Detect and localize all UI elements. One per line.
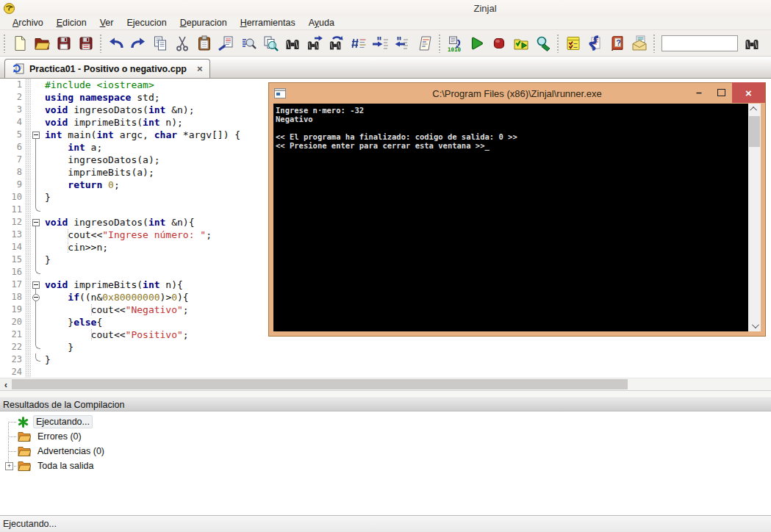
tree-item[interactable]: Ejecutando... — [0, 414, 771, 429]
goto-line-button[interactable] — [348, 33, 370, 54]
margin-separator — [25, 179, 31, 191]
fold-toggle-icon[interactable] — [31, 291, 41, 303]
redo-button[interactable] — [127, 33, 149, 54]
code-text: void imprimeBits(int n){ — [41, 278, 183, 291]
stop-button[interactable] — [488, 33, 510, 54]
toolbar-handle[interactable] — [3, 34, 7, 53]
menu-archivo[interactable]: Archivo — [6, 17, 50, 29]
toolbar-search-input[interactable] — [661, 35, 738, 51]
fold-margin — [31, 104, 41, 116]
folder-icon — [18, 461, 31, 471]
terminal-cursor: _ — [484, 141, 489, 150]
save-button[interactable] — [53, 33, 75, 54]
scroll-up-icon[interactable] — [748, 104, 761, 115]
paste-insert-button[interactable] — [215, 33, 237, 54]
line-number: 3 — [0, 104, 25, 116]
save-all-button[interactable] — [75, 33, 97, 54]
menu-herramientas[interactable]: Herramientas — [234, 17, 302, 29]
console-title-bar[interactable]: C:\Program Files (x86)\Zinjal\runner.exe… — [269, 83, 765, 104]
replace-button[interactable] — [326, 33, 348, 54]
menu-depuracion[interactable]: Depuracion — [173, 17, 234, 29]
fold-toggle-icon[interactable] — [31, 216, 41, 229]
console-scrollbar-thumb[interactable] — [749, 116, 760, 147]
cut-button[interactable] — [171, 33, 193, 54]
undo-button[interactable] — [105, 33, 127, 54]
fold-toggle-icon[interactable] — [31, 129, 41, 141]
tree-item[interactable]: Errores (0) — [0, 429, 771, 444]
margin-separator — [25, 166, 31, 179]
code-line[interactable]: 24 — [0, 366, 771, 378]
menu-ver[interactable]: Ver — [93, 17, 121, 29]
fold-toggle-icon[interactable] — [31, 278, 41, 291]
find-binoculars-button[interactable] — [281, 33, 304, 54]
line-number: 6 — [0, 141, 25, 154]
editor-hscrollbar[interactable]: ‹ — [0, 378, 771, 390]
uncomment-button[interactable] — [392, 33, 414, 54]
margin-separator — [25, 278, 31, 291]
margin-separator — [25, 366, 31, 378]
tab-practica01[interactable]: Practica01 - Positivo o negativo.cpp × — [4, 59, 210, 78]
fold-margin — [31, 254, 41, 266]
scroll-down-icon[interactable] — [748, 320, 761, 331]
margin-separator — [25, 154, 31, 166]
line-number: 19 — [0, 303, 25, 316]
paste-button[interactable] — [193, 33, 215, 54]
open-file-button[interactable] — [31, 33, 53, 54]
tab-close-icon[interactable]: × — [197, 63, 203, 74]
menu-ayuda[interactable]: Ayuda — [302, 17, 341, 29]
margin-separator — [25, 353, 31, 366]
run-button[interactable] — [466, 33, 488, 54]
panel-splitter[interactable] — [0, 390, 771, 398]
tree-item[interactable]: Advertencias (0) — [0, 444, 771, 459]
console-close-button[interactable]: × — [732, 82, 765, 103]
debug-button[interactable] — [532, 33, 554, 54]
tab-bar: Practica01 - Positivo o negativo.cpp × — [0, 57, 771, 79]
menu-edicion[interactable]: Edicion — [50, 17, 93, 29]
code-line[interactable]: 22 } — [0, 341, 771, 353]
toolbar-handle[interactable] — [99, 34, 103, 53]
copy-button[interactable] — [149, 33, 171, 54]
compile-button[interactable]: 1010 — [444, 33, 466, 54]
expand-icon[interactable]: + — [5, 462, 13, 470]
status-bar: Ejecutando... — [0, 515, 771, 532]
line-number: 14 — [0, 241, 25, 254]
find-next-button[interactable] — [304, 33, 326, 54]
fold-margin — [31, 266, 41, 278]
fold-margin — [31, 353, 41, 366]
scroll-left-arrow-icon[interactable]: ‹ — [0, 378, 12, 390]
menu-ejecucion[interactable]: Ejecucion — [120, 17, 173, 29]
line-number: 9 — [0, 179, 25, 191]
toolbar-handle[interactable] — [653, 34, 656, 53]
comment-button[interactable] — [370, 33, 392, 54]
code-line[interactable]: 23} — [0, 353, 771, 366]
fold-margin — [31, 141, 41, 154]
runner-console-window[interactable]: C:\Program Files (x86)\Zinjal\runner.exe… — [268, 82, 766, 337]
console-minimize-button[interactable]: – — [688, 82, 710, 103]
tree-item[interactable]: +Toda la salida — [0, 459, 771, 473]
search-binoculars-button[interactable] — [741, 33, 763, 54]
console-scrollbar[interactable] — [748, 104, 761, 331]
help-button[interactable]: ? — [606, 33, 628, 54]
send-results-button[interactable] — [628, 33, 650, 54]
margin-separator — [25, 79, 31, 91]
line-number: 24 — [0, 366, 25, 378]
line-number: 8 — [0, 166, 25, 179]
console-maximize-button[interactable] — [710, 82, 732, 103]
tasks-button[interactable] — [562, 33, 584, 54]
find-button[interactable] — [237, 33, 259, 54]
code-text: int main(int argc, char *argv[]) { — [41, 129, 240, 141]
toolbar-handle[interactable] — [438, 34, 442, 53]
hscrollbar-thumb[interactable] — [12, 379, 628, 389]
find-in-files-button[interactable] — [259, 33, 281, 54]
new-file-button[interactable] — [9, 33, 31, 54]
compile-and-run-button[interactable] — [510, 33, 532, 54]
line-number: 18 — [0, 291, 25, 303]
margin-separator — [25, 291, 31, 303]
help-index-button[interactable] — [584, 33, 606, 54]
svg-text:?: ? — [616, 37, 621, 46]
toolbar-handle[interactable] — [556, 34, 560, 53]
console-output[interactable]: Ingrese n·mero: -32Negativo << El progra… — [276, 106, 746, 331]
format-code-button[interactable] — [414, 33, 436, 54]
fold-margin — [31, 241, 41, 254]
margin-separator — [25, 254, 31, 266]
